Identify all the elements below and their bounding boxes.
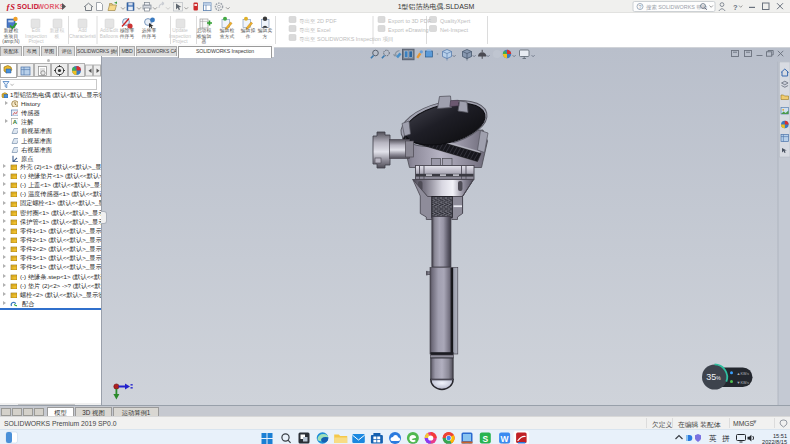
- svg-text:▲KB/s: ▲KB/s: [737, 371, 749, 376]
- svg-text:▼KB/s: ▼KB/s: [737, 380, 749, 385]
